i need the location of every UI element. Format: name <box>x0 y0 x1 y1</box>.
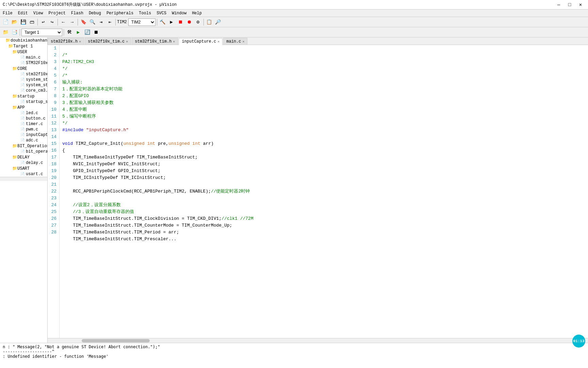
sidebar-group-bitop[interactable]: 📁 BIT_Operation <box>5 143 47 149</box>
save-all-btn[interactable]: 🗃 <box>28 18 36 26</box>
target-select[interactable]: Target 1 <box>21 29 62 36</box>
sidebar-item-inputcapture[interactable]: 📄 inputCapture.c <box>15 132 47 138</box>
tab-close-stm32f10x-tim-c[interactable]: ✕ <box>126 40 128 44</box>
tab-close-main-c[interactable]: ✕ <box>242 40 244 44</box>
tim-label: TIM2 <box>117 20 127 25</box>
menu-help[interactable]: Help <box>189 10 205 16</box>
sidebar-project-root[interactable]: 📁 doubixiaohanhan <box>0 37 47 43</box>
tab-close-stm32f10x-tim-h[interactable]: ✕ <box>173 40 175 44</box>
tim-select[interactable]: TIM2 <box>128 18 156 26</box>
file-icon-corecm3: 📄 <box>20 89 24 93</box>
redo-btn[interactable]: ↪ <box>48 18 56 26</box>
menu-project[interactable]: Project <box>46 10 68 16</box>
sidebar-item-pwmc[interactable]: 📄 pwm.c <box>15 127 47 132</box>
tab-close-inputcapture-c[interactable]: ✕ <box>217 40 219 44</box>
menu-tools[interactable]: Tools <box>136 10 154 16</box>
debug-btn[interactable]: ⏺ <box>185 18 193 26</box>
sidebar-group-usart[interactable]: 📁 USART <box>5 166 47 171</box>
sidebar-group-delay[interactable]: 📁 DELAY <box>5 154 47 160</box>
options-btn[interactable]: ⚙ <box>194 18 202 26</box>
menu-view[interactable]: View <box>31 10 46 16</box>
back-btn[interactable]: ← <box>59 18 67 26</box>
run-btn[interactable]: ▶ <box>167 18 176 26</box>
tab-stm32f10x-h[interactable]: stm32f10x.h ✕ <box>48 38 84 45</box>
sidebar-group-app[interactable]: 📁 APP <box>5 105 47 110</box>
indent-btn[interactable]: ⇥ <box>97 18 105 26</box>
menu-file[interactable]: File <box>0 10 15 16</box>
stop2-btn[interactable]: ⏹ <box>92 28 100 36</box>
code-hscrollbar[interactable] <box>48 338 588 343</box>
sidebar-item-usartc[interactable]: 📄 usart.c <box>15 171 47 177</box>
sidebar-scrollbar[interactable] <box>0 177 47 181</box>
sidebar-item-buttonc[interactable]: 📄 button.c <box>15 116 47 121</box>
app-folder-icon: 📁 <box>12 105 17 110</box>
forward-btn[interactable]: → <box>68 18 76 26</box>
menu-edit[interactable]: Edit <box>15 10 31 16</box>
core-folder-icon: 📁 <box>12 66 17 71</box>
sidebar-app-files: 📄 led.c 📄 button.c 📄 timer.c 📄 pwm.c <box>5 110 47 143</box>
manage-btn[interactable]: 🛠 <box>65 28 74 36</box>
target-icon: 📁 <box>8 44 13 49</box>
new-file-btn[interactable]: 📄 <box>1 18 10 26</box>
maximize-button[interactable]: □ <box>565 1 574 8</box>
sidebar-target1[interactable]: 📁 Target 1 <box>3 43 47 49</box>
sidebar-item-stm32h[interactable]: 📄 stm32f10x.h <box>15 72 47 77</box>
stop-btn[interactable]: ⏹ <box>176 18 184 26</box>
sidebar-group-startup[interactable]: 📁 startup <box>5 93 47 99</box>
unindent-btn[interactable]: ⇤ <box>106 18 114 26</box>
sidebar-item-bitop[interactable]: 📄 bit_operation.h <box>15 149 47 154</box>
tab-close-stm32f10x-h[interactable]: ✕ <box>79 40 81 44</box>
tab-main-c[interactable]: main.c ✕ <box>223 38 247 45</box>
build-btn[interactable]: 🔨 <box>159 18 167 26</box>
menu-flash[interactable]: Flash <box>68 10 86 16</box>
file-icon-button: 📄 <box>20 117 24 121</box>
sidebar-item-adcc[interactable]: 📄 adc.c <box>15 138 47 143</box>
sep3 <box>78 19 78 26</box>
build2-btn[interactable]: ▶ <box>74 28 82 36</box>
sidebar-delay-files: 📄 delay.c <box>5 160 47 166</box>
tab-stm32f10x-tim-h[interactable]: stm32f10x_tim.h ✕ <box>132 38 178 45</box>
menu-window[interactable]: Window <box>169 10 189 16</box>
file-icon-delay: 📄 <box>20 161 24 165</box>
output-line2: --------------------^ <box>3 349 585 354</box>
sidebar-item-corecm3[interactable]: 📄 core_cm3.c <box>15 88 47 93</box>
sidebar-startup-files: 📄 startup_stm32f10 <box>5 99 47 105</box>
file-icon-stdperiph: 📄 <box>20 61 24 65</box>
open-btn[interactable]: 📂 <box>10 18 18 26</box>
sidebar-item-delayc[interactable]: 📄 delay.c <box>15 160 47 166</box>
sidebar-item-timerc[interactable]: 📄 timer.c <box>15 121 47 127</box>
undo-btn[interactable]: ↩ <box>39 18 47 26</box>
rebuild-btn[interactable]: 🔄 <box>83 28 91 36</box>
project-btn[interactable]: 📁 <box>1 28 10 36</box>
zoom-btn[interactable]: 🔎 <box>214 18 222 26</box>
sidebar-group-core[interactable]: 📁 CORE <box>5 66 47 72</box>
clock-badge: 01:13 <box>572 335 585 348</box>
view-toggle-btn[interactable]: 📋 <box>205 18 213 26</box>
save-btn[interactable]: 💾 <box>19 18 27 26</box>
menu-svcs[interactable]: SVCS <box>154 10 169 16</box>
code-area[interactable]: 12345 678910 1112131415 1617181920 21222… <box>48 45 588 338</box>
menu-debug[interactable]: Debug <box>86 10 104 16</box>
menu-peripherals[interactable]: Peripherals <box>104 10 136 16</box>
file-icon-usart: 📄 <box>20 172 24 176</box>
bookmark-btn[interactable]: 🔖 <box>79 18 87 26</box>
title-bar: C:\PC\Desktop\STM32F103C8T6升级版\USER\doub… <box>0 0 588 10</box>
sidebar-item-startup[interactable]: 📄 startup_stm32f10 <box>15 99 47 105</box>
minimize-button[interactable]: — <box>554 1 564 8</box>
sidebar-group-user[interactable]: 📁 USER <box>5 49 47 55</box>
sidebar-item-ledc[interactable]: 📄 led.c <box>15 110 47 116</box>
tab-stm32f10x-tim-c[interactable]: stm32f10x_tim.c ✕ <box>85 38 131 45</box>
sidebar-item-sys2[interactable]: 📄 system_stm32f10 <box>15 82 47 88</box>
user-folder-icon: 📁 <box>12 49 17 55</box>
file-icon-bitop: 📄 <box>20 150 24 154</box>
sidebar-item-sys1[interactable]: 📄 system_stm32f10 <box>15 77 47 82</box>
find-btn[interactable]: 🔍 <box>88 18 96 26</box>
bitop-folder-icon: 📁 <box>12 143 17 149</box>
sidebar-item-stdperiph[interactable]: 📄 STM32F10x_StdPerip <box>15 60 47 66</box>
sidebar-group-target: 📁 Target 1 📁 USER 📄 main.c 📄 STM32F <box>0 43 47 177</box>
close-button[interactable]: ✕ <box>576 1 585 8</box>
code-content[interactable]: /* PA2:TIM2_CH3 */ /* 输入捕获: 1，配置定时器的基本定时… <box>60 45 588 338</box>
files-btn[interactable]: 📑 <box>10 28 18 36</box>
sidebar-item-mainc[interactable]: 📄 main.c <box>15 55 47 60</box>
tab-inputcapture-c[interactable]: inputCapture.c ✕ <box>179 38 223 45</box>
